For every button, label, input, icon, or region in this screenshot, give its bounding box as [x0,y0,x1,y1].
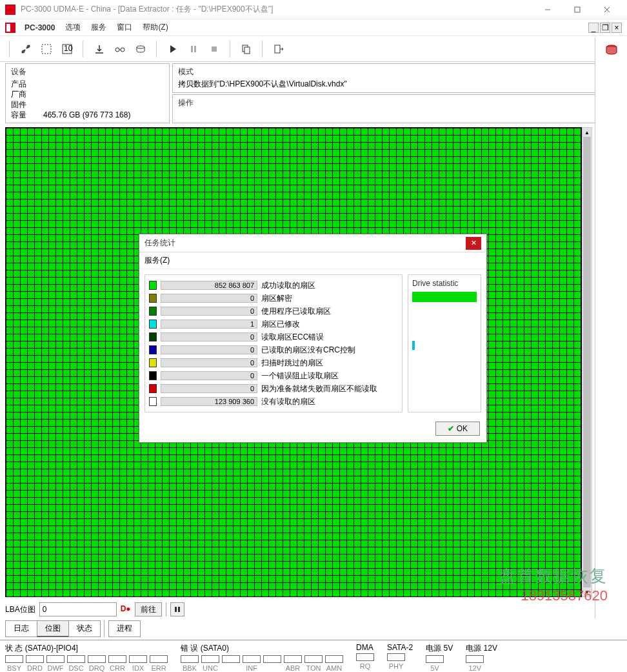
app-icon [5,5,15,15]
scroll-thumb[interactable] [583,137,591,589]
status-group-label: 错 误 (SATA0) [181,643,343,654]
toolbar-copy-icon[interactable] [237,40,255,58]
toolbar: 100% [0,36,627,62]
statusbar: 状 态 (SATA0)-[PIO4]BSYDRDDWFDSCDRQCRRIDXE… [0,640,627,672]
tab-process[interactable]: 进程 [108,620,141,637]
menu-options[interactable]: 选项 [60,21,86,34]
minimize-button[interactable] [533,0,562,19]
led-box [387,653,405,661]
status-led: ERR [150,655,168,672]
stat-label: 已读取的扇区没有CRC控制 [261,345,355,356]
maximize-button[interactable] [562,0,592,19]
drive-stat-bar-green [412,292,477,302]
lba-row: LBA位图 D● 前往 [0,598,627,620]
stat-value: 0 [161,332,257,341]
ok-button[interactable]: ✔OK [435,422,480,436]
stat-value: 0 [161,294,257,303]
svg-rect-22 [178,607,180,612]
status-group-label: DMA [356,643,374,652]
lba-marker-icon[interactable]: D● [121,604,131,615]
menu-services[interactable]: 服务 [86,21,112,34]
led-box [325,655,343,663]
status-led [263,655,281,672]
stat-label: 成功读取的扇区 [261,280,315,291]
stat-value: 0 [161,384,257,393]
led-label: CRR [110,664,125,672]
dialog-title: 任务统计 [144,238,466,249]
stat-swatch [149,384,157,393]
toolbar-play-icon[interactable] [164,40,182,58]
toolbar-tools-icon[interactable] [17,40,35,58]
menu-help[interactable]: 帮助(Z) [137,21,173,34]
status-group: SATA-2PHY [387,643,413,672]
mdi-minimize-icon[interactable]: _ [588,23,599,33]
led-box [108,655,126,663]
led-box [67,655,85,663]
svg-text:100%: 100% [64,44,73,53]
led-box [304,655,323,663]
menu-app-label[interactable]: PC-3000 [19,22,60,34]
map-scrollbar[interactable]: ▲ ▼ [582,127,592,597]
status-led: RQ [356,653,374,670]
device-panel: 设备 产品 厂商 固件 容量465.76 GB (976 773 168) [5,63,170,123]
status-led: 5V [426,655,444,672]
stat-row: 0使用程序已读取扇区 [149,305,398,318]
led-label: RQ [360,662,371,670]
dialog-close-button[interactable]: ✕ [466,237,481,250]
lba-input[interactable] [39,602,117,616]
toolbar-stop-icon[interactable] [205,40,223,58]
status-led: ABR [284,655,302,672]
go-button[interactable]: 前往 [135,602,162,616]
status-group-label: 电源 12V [466,643,497,654]
status-led: INF [243,655,261,672]
close-button[interactable] [592,0,622,19]
status-led: DSC [67,655,85,672]
stat-label: 没有读取的扇区 [261,396,315,407]
pause-small-button[interactable] [170,602,184,616]
menu-window[interactable]: 窗口 [112,21,137,34]
tab-status[interactable]: 状态 [68,620,101,637]
dialog-menu-service[interactable]: 服务(Z) [144,256,170,265]
tab-log[interactable]: 日志 [5,620,37,637]
svg-rect-17 [212,46,217,52]
svg-rect-19 [244,47,250,54]
lba-label: LBA位图 [5,604,35,615]
led-box [426,655,444,663]
stat-row: 0已读取的扇区没有CRC控制 [149,343,398,356]
status-group-label: SATA-2 [387,643,413,652]
status-led: IDX [129,655,147,672]
stat-label: 扇区已修改 [261,319,300,330]
toolbar-sectors-icon[interactable] [37,40,55,58]
toolbar-binoculars-icon[interactable] [111,40,129,58]
svg-rect-8 [42,45,51,54]
svg-rect-1 [575,7,580,12]
mdi-restore-icon[interactable]: ❐ [600,23,610,33]
tab-bitmap[interactable]: 位图 [37,620,69,637]
mdi-close-icon[interactable]: × [612,23,622,33]
stat-swatch [149,397,157,406]
led-box [222,655,240,663]
led-box [46,655,65,663]
led-label: BSY [7,664,21,672]
stat-swatch [149,332,157,341]
scroll-down-icon[interactable]: ▼ [582,587,592,596]
led-label: ERR [151,664,166,672]
status-led: BSY [5,655,23,672]
toolbar-export-icon[interactable] [90,40,108,58]
toolbar-exit-icon[interactable] [270,40,288,58]
led-label: TON [306,664,321,672]
stat-swatch [149,281,157,290]
stat-label: 扫描时跳过的扇区 [261,358,323,369]
toolbar-percent-icon[interactable]: 100% [58,40,76,58]
toolbar-pause-icon[interactable] [184,40,203,58]
led-label: 12V [468,664,481,672]
status-led: DWF [46,655,65,672]
led-label: DSC [68,664,83,672]
stat-value: 852 863 807 [161,281,257,290]
toolbar-disk-icon[interactable] [132,40,150,58]
disk-side-icon[interactable] [604,43,619,57]
status-group-label: 电源 5V [426,643,453,654]
app-small-icon [5,23,15,33]
scroll-up-icon[interactable]: ▲ [582,128,592,137]
status-group: 电源 12V12V [466,643,497,672]
